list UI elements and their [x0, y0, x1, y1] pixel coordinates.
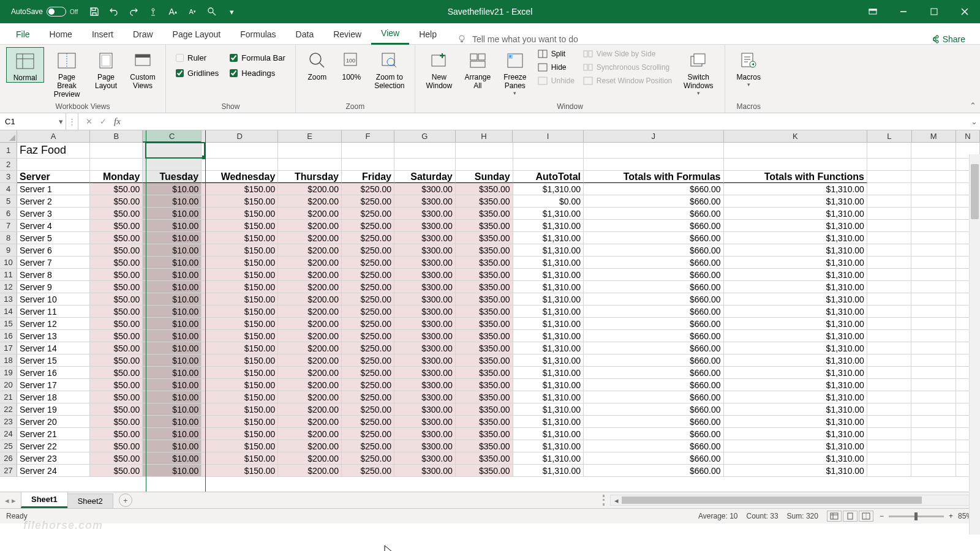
row-header[interactable]: 8: [0, 232, 17, 244]
sheet-tab-sheet2[interactable]: Sheet2: [67, 493, 113, 508]
cell[interactable]: $150.00: [202, 244, 278, 257]
cell[interactable]: [724, 159, 867, 171]
cell[interactable]: [911, 379, 956, 391]
cell[interactable]: [867, 232, 911, 244]
cell[interactable]: $10.00: [143, 342, 202, 354]
cell[interactable]: $150.00: [202, 293, 278, 305]
cell[interactable]: $10.00: [143, 257, 202, 269]
cell[interactable]: $300.00: [394, 391, 456, 403]
row-header[interactable]: 25: [0, 440, 17, 452]
formula-input[interactable]: [128, 113, 968, 130]
cell[interactable]: $300.00: [394, 416, 456, 428]
cell[interactable]: $350.00: [456, 403, 513, 416]
cell[interactable]: $1,310.00: [513, 183, 584, 195]
cell[interactable]: $1,310.00: [724, 391, 867, 403]
cell[interactable]: $1,310.00: [513, 416, 584, 428]
cell[interactable]: $300.00: [394, 379, 456, 391]
redo-icon[interactable]: [128, 6, 139, 17]
cell[interactable]: Server 17: [17, 379, 90, 391]
sheet-prev-icon[interactable]: ◂: [5, 496, 9, 505]
cell[interactable]: $50.00: [90, 293, 143, 305]
cell[interactable]: $660.00: [584, 342, 724, 354]
cell[interactable]: [867, 379, 911, 391]
cell[interactable]: $50.00: [90, 244, 143, 257]
cell[interactable]: $250.00: [342, 318, 394, 330]
cell[interactable]: [584, 143, 724, 159]
sheet-tab-sheet1[interactable]: Sheet1: [21, 492, 68, 508]
cell[interactable]: $300.00: [394, 342, 456, 354]
cell[interactable]: $300.00: [394, 465, 456, 477]
cell[interactable]: [278, 159, 342, 171]
cell[interactable]: [17, 159, 90, 171]
cell[interactable]: [513, 159, 584, 171]
find-icon[interactable]: [206, 6, 217, 17]
name-box[interactable]: C1▾: [0, 113, 66, 130]
cell[interactable]: Server 10: [17, 293, 90, 305]
cell[interactable]: Friday: [342, 171, 394, 183]
row-header[interactable]: 14: [0, 305, 17, 318]
cell[interactable]: [911, 391, 956, 403]
cell[interactable]: [911, 367, 956, 379]
row-header[interactable]: 13: [0, 293, 17, 305]
cell[interactable]: $150.00: [202, 403, 278, 416]
cell[interactable]: $10.00: [143, 318, 202, 330]
cell[interactable]: [724, 143, 867, 159]
cell[interactable]: $200.00: [278, 183, 342, 195]
cell[interactable]: $1,310.00: [513, 281, 584, 293]
cell[interactable]: $50.00: [90, 342, 143, 354]
col-header-L[interactable]: L: [867, 130, 911, 143]
cell[interactable]: [867, 354, 911, 367]
normal-view-button[interactable]: Normal: [6, 47, 44, 83]
cell[interactable]: $350.00: [456, 257, 513, 269]
cell[interactable]: $10.00: [143, 354, 202, 367]
cell[interactable]: $250.00: [342, 391, 394, 403]
cell[interactable]: $300.00: [394, 403, 456, 416]
cell[interactable]: $50.00: [90, 208, 143, 220]
cell[interactable]: $250.00: [342, 208, 394, 220]
cell[interactable]: $1,310.00: [513, 391, 584, 403]
cell[interactable]: $300.00: [394, 305, 456, 318]
cell[interactable]: $250.00: [342, 330, 394, 342]
cell[interactable]: $350.00: [456, 195, 513, 208]
cell[interactable]: $300.00: [394, 318, 456, 330]
col-header-M[interactable]: M: [912, 130, 956, 143]
cell[interactable]: $250.00: [342, 220, 394, 232]
headings-checkbox[interactable]: Headings: [230, 69, 285, 78]
cell[interactable]: [911, 281, 956, 293]
cell[interactable]: $350.00: [456, 379, 513, 391]
row-headers[interactable]: 1234567891011121314151617181920212223242…: [0, 143, 17, 477]
cell[interactable]: $0.00: [513, 195, 584, 208]
cell[interactable]: [911, 269, 956, 281]
cell[interactable]: $150.00: [202, 330, 278, 342]
cell[interactable]: $300.00: [394, 257, 456, 269]
zoom-selection-button[interactable]: Zoom to Selection: [371, 47, 409, 90]
cell[interactable]: $50.00: [90, 367, 143, 379]
cell[interactable]: [911, 354, 956, 367]
cell[interactable]: $200.00: [278, 379, 342, 391]
cell[interactable]: $200.00: [278, 208, 342, 220]
cell[interactable]: Server 12: [17, 318, 90, 330]
freeze-panes-button[interactable]: *Freeze Panes▾: [499, 47, 532, 96]
cell[interactable]: Totals with Formulas: [584, 171, 724, 183]
cell[interactable]: [278, 143, 342, 159]
cell[interactable]: Wednesday: [202, 171, 278, 183]
cell[interactable]: $660.00: [584, 257, 724, 269]
col-header-H[interactable]: H: [456, 130, 513, 143]
cell[interactable]: $200.00: [278, 269, 342, 281]
cell[interactable]: Server 2: [17, 195, 90, 208]
cell[interactable]: $660.00: [584, 208, 724, 220]
cell[interactable]: $660.00: [584, 220, 724, 232]
maximize-icon[interactable]: [919, 0, 949, 23]
cell[interactable]: $1,310.00: [724, 354, 867, 367]
cell[interactable]: $200.00: [278, 416, 342, 428]
cell[interactable]: $1,310.00: [513, 220, 584, 232]
cell[interactable]: $660.00: [584, 354, 724, 367]
row-header[interactable]: 3: [0, 171, 17, 183]
cell[interactable]: $300.00: [394, 452, 456, 465]
col-header-B[interactable]: B: [90, 130, 143, 143]
cell[interactable]: $350.00: [456, 342, 513, 354]
cell[interactable]: [867, 318, 911, 330]
save-icon[interactable]: [89, 6, 100, 17]
cell[interactable]: $10.00: [143, 232, 202, 244]
cell[interactable]: $10.00: [143, 195, 202, 208]
